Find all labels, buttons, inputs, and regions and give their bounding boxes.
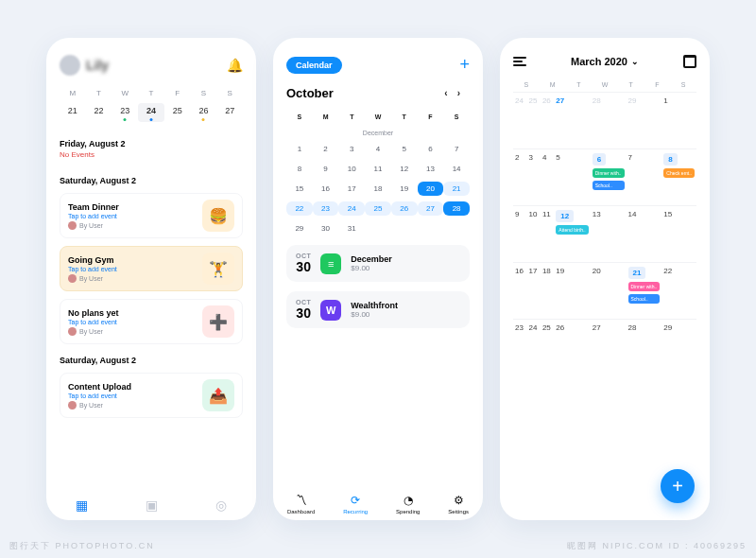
- day-cell[interactable]: 29: [627, 92, 662, 145]
- calendar-day[interactable]: 28: [443, 201, 470, 216]
- day-cell[interactable]: 16: [513, 262, 526, 315]
- calendar-pill[interactable]: Calendar: [286, 57, 342, 74]
- calendar-day[interactable]: 17: [338, 182, 365, 196]
- day-cell[interactable]: 27: [591, 319, 627, 372]
- calendar-day[interactable]: 19: [391, 182, 418, 196]
- transaction-card[interactable]: OCT30 ≡ December$9.00: [286, 245, 470, 282]
- day-cell[interactable]: 9: [513, 205, 526, 258]
- day-cell[interactable]: 2: [513, 148, 526, 201]
- day-cell[interactable]: 11: [541, 205, 554, 258]
- day-cell[interactable]: 25: [526, 92, 540, 145]
- day-cell[interactable]: 26: [554, 319, 590, 372]
- calendar-day[interactable]: 12: [391, 162, 418, 176]
- day-cell[interactable]: 20: [591, 262, 627, 315]
- tab-settings[interactable]: ⚙Settings: [448, 494, 469, 514]
- calendar-day[interactable]: 9: [313, 162, 339, 176]
- calendar-day[interactable]: 16: [313, 182, 339, 196]
- day-cell[interactable]: 13: [591, 205, 627, 258]
- day-cell[interactable]: 26: [541, 92, 554, 145]
- date-cell[interactable]: 22: [86, 103, 112, 122]
- calendar-day[interactable]: 15: [286, 182, 313, 196]
- day-badge: 6: [593, 153, 606, 166]
- day-cell[interactable]: 24: [526, 319, 540, 372]
- day-cell[interactable]: 23: [513, 319, 526, 372]
- add-icon[interactable]: +: [459, 55, 470, 75]
- calendar-day[interactable]: 10: [338, 162, 365, 176]
- user-block[interactable]: Lily: [60, 55, 109, 76]
- calendar-day[interactable]: 26: [391, 201, 418, 216]
- calendar-day[interactable]: 8: [286, 162, 313, 176]
- calendar-day[interactable]: 20: [418, 182, 444, 196]
- date-cell[interactable]: 25: [164, 103, 191, 122]
- event-card[interactable]: Content Upload Tap to add event By User …: [60, 373, 243, 418]
- event-card[interactable]: Going Gym Tap to add event By User 🏋️: [60, 246, 243, 291]
- section-title: Saturday, August 2: [60, 176, 243, 185]
- month-selector[interactable]: March 2020⌄: [571, 56, 639, 67]
- calendar-day[interactable]: 1: [286, 142, 313, 156]
- day-cell[interactable]: 21Dinner with..School..: [627, 262, 662, 315]
- menu-icon[interactable]: [513, 57, 526, 66]
- day-cell[interactable]: 8Check emt..: [662, 148, 696, 201]
- calendar-day[interactable]: 6: [418, 142, 444, 156]
- day-cell[interactable]: 7: [627, 148, 662, 201]
- calendar-day[interactable]: [365, 221, 391, 235]
- bell-icon[interactable]: 🔔: [227, 58, 243, 73]
- calendar-day[interactable]: 31: [338, 221, 365, 235]
- day-cell[interactable]: 5: [554, 148, 590, 201]
- date-cell[interactable]: 23: [112, 103, 138, 122]
- date-cell[interactable]: 27: [216, 103, 243, 122]
- day-cell[interactable]: 14: [627, 205, 662, 258]
- date-cell[interactable]: 21: [60, 103, 86, 122]
- tab-recurring[interactable]: ⟳Recurring: [343, 494, 368, 514]
- day-cell[interactable]: 18: [541, 262, 554, 315]
- calendar-day[interactable]: 14: [443, 162, 470, 176]
- day-cell[interactable]: 29: [662, 319, 696, 372]
- day-cell[interactable]: 25: [541, 319, 554, 372]
- calendar-day[interactable]: 13: [418, 162, 444, 176]
- day-cell[interactable]: 15: [662, 205, 696, 258]
- day-cell[interactable]: 12Attend birth..: [554, 205, 590, 258]
- next-icon[interactable]: ›: [457, 88, 470, 98]
- tab-dashboard[interactable]: 〽Dashboard: [287, 494, 315, 514]
- fab-add[interactable]: +: [661, 469, 695, 503]
- day-cell[interactable]: 19: [554, 262, 590, 315]
- prev-icon[interactable]: ‹: [444, 88, 456, 98]
- day-cell[interactable]: 24: [513, 92, 526, 145]
- date-cell-selected[interactable]: 24: [138, 103, 164, 122]
- day-cell[interactable]: 4: [541, 148, 554, 201]
- day-cell[interactable]: 27: [554, 92, 590, 145]
- tab-spending[interactable]: ◔Spending: [396, 494, 420, 514]
- calendar-day[interactable]: 3: [338, 142, 365, 156]
- calendar-day[interactable]: 22: [286, 201, 313, 216]
- day-cell[interactable]: 17: [526, 262, 540, 315]
- transaction-card[interactable]: OCT30 W Wealthfront$9.00: [286, 291, 470, 328]
- calendar-day[interactable]: 24: [338, 201, 365, 216]
- calendar-day[interactable]: 27: [418, 201, 444, 216]
- calendar-day[interactable]: 30: [313, 221, 339, 235]
- calendar-day[interactable]: 2: [313, 142, 339, 156]
- calendar-day[interactable]: 4: [365, 142, 391, 156]
- add-tab-icon[interactable]: ▣: [146, 497, 158, 513]
- date-cell[interactable]: 26: [191, 103, 217, 122]
- calendar-day[interactable]: 7: [443, 142, 470, 156]
- event-card[interactable]: No plans yet Tap to add event By User ➕: [60, 299, 243, 344]
- calendar-icon[interactable]: ▦: [76, 497, 88, 513]
- calendar-day[interactable]: 29: [286, 221, 313, 235]
- calendar-day[interactable]: 11: [365, 162, 391, 176]
- compass-icon[interactable]: ◎: [215, 497, 227, 513]
- calendar-day[interactable]: 23: [313, 201, 339, 216]
- event-card[interactable]: Team Dinner Tap to add event By User 🍔: [60, 193, 243, 238]
- day-cell[interactable]: 1: [662, 92, 696, 145]
- no-events-label: No Events: [60, 150, 243, 159]
- calendar-day[interactable]: 5: [391, 142, 418, 156]
- calendar-day[interactable]: 18: [365, 182, 391, 196]
- calendar-icon[interactable]: [683, 55, 696, 68]
- day-cell[interactable]: 6Dinner with..School..: [591, 148, 627, 201]
- day-cell[interactable]: 28: [627, 319, 662, 372]
- calendar-day[interactable]: 25: [365, 201, 391, 216]
- day-cell[interactable]: 22: [662, 262, 696, 315]
- calendar-day[interactable]: 21: [443, 182, 470, 196]
- day-cell[interactable]: 3: [526, 148, 540, 201]
- day-cell[interactable]: 10: [526, 205, 540, 258]
- day-cell[interactable]: 28: [591, 92, 627, 145]
